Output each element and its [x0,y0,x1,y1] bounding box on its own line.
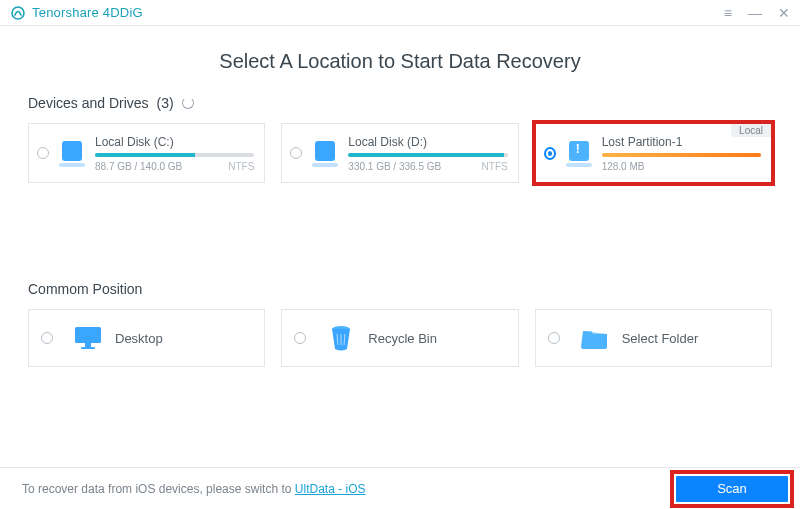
radio-folder[interactable] [548,332,560,344]
svg-rect-1 [75,327,101,343]
usage-bar [348,153,507,157]
svg-rect-3 [81,347,95,349]
menu-button[interactable]: ≡ [722,5,734,21]
radio-recycle[interactable] [294,332,306,344]
drive-name: Lost Partition-1 [602,135,683,149]
radio-drive-d[interactable] [290,147,302,159]
drives-heading: Devices and Drives (3) [28,95,772,111]
drive-cards: Local Disk (C:) 88.7 GB / 140.0 GB NTFS … [28,123,772,183]
radio-desktop[interactable] [41,332,53,344]
drives-heading-text: Devices and Drives [28,95,149,111]
scan-button[interactable]: Scan [676,476,788,502]
page-title: Select A Location to Start Data Recovery [28,50,772,73]
bottom-bar: To recover data from iOS devices, please… [0,467,800,509]
common-recycle[interactable]: Recycle Bin [281,309,518,367]
scan-highlight: Scan [674,474,790,504]
svg-point-0 [12,7,24,19]
footer-text: To recover data from iOS devices, please… [22,482,295,496]
app-brand: Tenorshare 4DDiG [10,5,143,21]
refresh-icon[interactable] [182,97,194,109]
drive-card-c[interactable]: Local Disk (C:) 88.7 GB / 140.0 GB NTFS [28,123,265,183]
main-panel: Select A Location to Start Data Recovery… [0,26,800,467]
drive-usage: 330.1 GB / 336.5 GB [348,161,441,172]
drive-fs: NTFS [228,161,254,172]
drive-name: Local Disk (D:) [348,135,427,149]
radio-drive-c[interactable] [37,147,49,159]
drive-card-d[interactable]: Local Disk (D:) 330.1 GB / 336.5 GB NTFS [281,123,518,183]
drive-icon [57,139,87,167]
drive-card-lost[interactable]: Local ! Lost Partition-1 128.0 MB [535,123,772,183]
drive-fs: NTFS [482,161,508,172]
title-bar: Tenorshare 4DDiG ≡ — ✕ [0,0,800,26]
svg-rect-2 [85,343,91,347]
app-title: Tenorshare 4DDiG [32,5,143,20]
warning-drive-icon: ! [564,139,594,167]
drive-usage: 128.0 MB [602,161,645,172]
drive-usage: 88.7 GB / 140.0 GB [95,161,182,172]
radio-drive-lost[interactable] [544,147,556,160]
close-button[interactable]: ✕ [776,5,792,21]
common-desktop[interactable]: Desktop [28,309,265,367]
trash-icon [324,325,358,351]
monitor-icon [71,325,105,351]
common-cards: Desktop Recycle Bin Select Folder [28,309,772,367]
ultdata-link[interactable]: UltData - iOS [295,482,366,496]
footer-hint: To recover data from iOS devices, please… [22,482,365,496]
drive-name: Local Disk (C:) [95,135,174,149]
window-controls: ≡ — ✕ [722,5,792,21]
common-folder[interactable]: Select Folder [535,309,772,367]
usage-bar [602,153,761,157]
common-heading: Commom Position [28,281,772,297]
local-tag: Local [731,124,771,137]
drive-icon [310,139,340,167]
minimize-button[interactable]: — [746,5,764,21]
common-label: Desktop [115,331,163,346]
brand-icon [10,5,26,21]
common-label: Recycle Bin [368,331,437,346]
drives-count: (3) [157,95,174,111]
common-label: Select Folder [622,331,699,346]
usage-bar [95,153,254,157]
folder-icon [578,327,612,349]
